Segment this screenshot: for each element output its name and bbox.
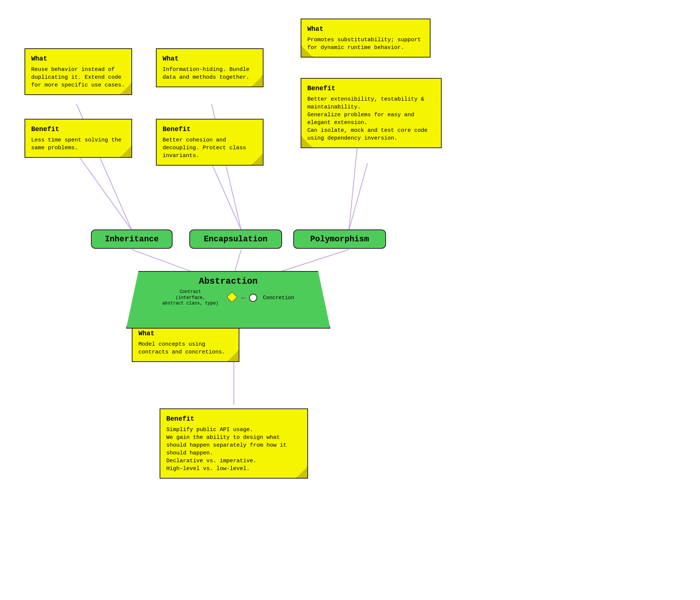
- encapsulation-what-body: Information-hiding. Bundle data and meth…: [163, 66, 257, 81]
- polymorphism-what-card: What Promotes substitutability; support …: [301, 19, 431, 58]
- svg-line-8: [271, 250, 349, 275]
- abstraction-benefit-title: Benefit: [166, 414, 301, 424]
- polymorphism-benefit-body: Better extensibility, testability & main…: [307, 95, 435, 142]
- inheritance-label: Inheritance: [105, 235, 158, 244]
- abstraction-what-card: What Model concepts using contracts and …: [132, 323, 239, 362]
- svg-line-1: [76, 153, 132, 230]
- abstraction-benefit-body: Simplify public API usage. We gain the a…: [166, 426, 301, 473]
- inheritance-what-card: What Reuse behavior instead of duplicati…: [24, 48, 132, 95]
- abstraction-node: Abstraction Contract(interface,abstract …: [126, 271, 330, 329]
- abstraction-what-title: What: [138, 329, 233, 338]
- encapsulation-benefit-body: Better cohesion and decoupling. Protect …: [163, 136, 257, 160]
- abstraction-title: Abstraction: [199, 276, 258, 286]
- encapsulation-benefit-card: Benefit Better cohesion and decoupling. …: [156, 119, 264, 166]
- uml-arrow: ←: [242, 294, 246, 302]
- inheritance-benefit-title: Benefit: [31, 125, 125, 134]
- svg-line-7: [234, 250, 241, 275]
- polymorphism-what-title: What: [307, 25, 424, 34]
- polymorphism-node: Polymorphism: [293, 229, 386, 249]
- svg-line-3: [212, 163, 241, 230]
- inheritance-what-title: What: [31, 54, 125, 63]
- inheritance-benefit-body: Less time spent solving the same problem…: [31, 136, 125, 152]
- encapsulation-what-card: What Information-hiding. Bundle data and…: [156, 48, 264, 87]
- encapsulation-what-title: What: [163, 54, 257, 63]
- encapsulation-benefit-title: Benefit: [163, 125, 257, 134]
- contract-label: Contract(interface,abstract class, type): [162, 289, 218, 307]
- encapsulation-node: Encapsulation: [189, 229, 282, 249]
- diagram-container: What Reuse behavior instead of duplicati…: [0, 0, 700, 600]
- inheritance-node: Inheritance: [91, 229, 173, 249]
- svg-line-5: [349, 163, 367, 230]
- inheritance-benefit-card: Benefit Less time spent solving the same…: [24, 119, 132, 158]
- uml-diamond-svg: [225, 290, 239, 304]
- encapsulation-label: Encapsulation: [204, 235, 268, 244]
- concretion-label: Concretion: [263, 295, 294, 301]
- abstraction-inner: Contract(interface,abstract class, type)…: [162, 289, 294, 307]
- svg-marker-11: [227, 292, 237, 302]
- uml-circle: [249, 294, 257, 302]
- inheritance-what-body: Reuse behavior instead of duplicating it…: [31, 66, 125, 89]
- polymorphism-benefit-card: Benefit Better extensibility, testabilit…: [301, 78, 442, 148]
- polymorphism-what-body: Promotes substitutability; support for d…: [307, 36, 424, 52]
- polymorphism-label: Polymorphism: [310, 235, 369, 244]
- polymorphism-benefit-title: Benefit: [307, 84, 435, 93]
- abstraction-benefit-card: Benefit Simplify public API usage. We ga…: [160, 408, 308, 479]
- svg-line-6: [132, 250, 200, 275]
- abstraction-what-body: Model concepts using contracts and concr…: [138, 340, 233, 356]
